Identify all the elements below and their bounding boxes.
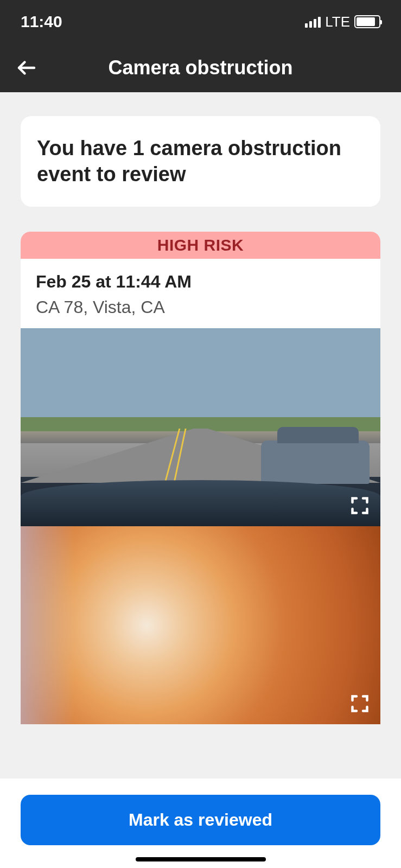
- home-indicator[interactable]: [136, 857, 266, 861]
- summary-text: You have 1 camera obstruction event to r…: [37, 136, 364, 187]
- event-location: CA 78, Vista, CA: [36, 297, 365, 317]
- event-meta: Feb 25 at 11:44 AM CA 78, Vista, CA: [21, 259, 380, 328]
- front-camera-view[interactable]: [21, 328, 380, 526]
- event-timestamp: Feb 25 at 11:44 AM: [36, 272, 365, 292]
- status-indicators: LTE: [305, 14, 380, 30]
- back-button[interactable]: [15, 56, 38, 79]
- battery-icon: [354, 15, 380, 28]
- fullscreen-icon[interactable]: [350, 694, 370, 713]
- page-title: Camera obstruction: [108, 56, 292, 79]
- signal-strength-icon: [305, 16, 321, 28]
- fullscreen-icon[interactable]: [350, 496, 370, 515]
- mark-reviewed-button[interactable]: Mark as reviewed: [21, 795, 380, 845]
- main-content: You have 1 camera obstruction event to r…: [0, 92, 401, 724]
- event-card: HIGH RISK Feb 25 at 11:44 AM CA 78, Vist…: [21, 232, 380, 724]
- obstructed-camera-view[interactable]: [21, 526, 380, 724]
- risk-badge: HIGH RISK: [21, 232, 380, 259]
- bottom-action-bar: Mark as reviewed: [0, 778, 401, 868]
- network-type: LTE: [325, 14, 350, 30]
- status-bar: 11:40 LTE: [0, 0, 401, 43]
- status-time: 11:40: [21, 12, 62, 31]
- summary-card: You have 1 camera obstruction event to r…: [21, 116, 380, 207]
- page-header: Camera obstruction: [0, 43, 401, 92]
